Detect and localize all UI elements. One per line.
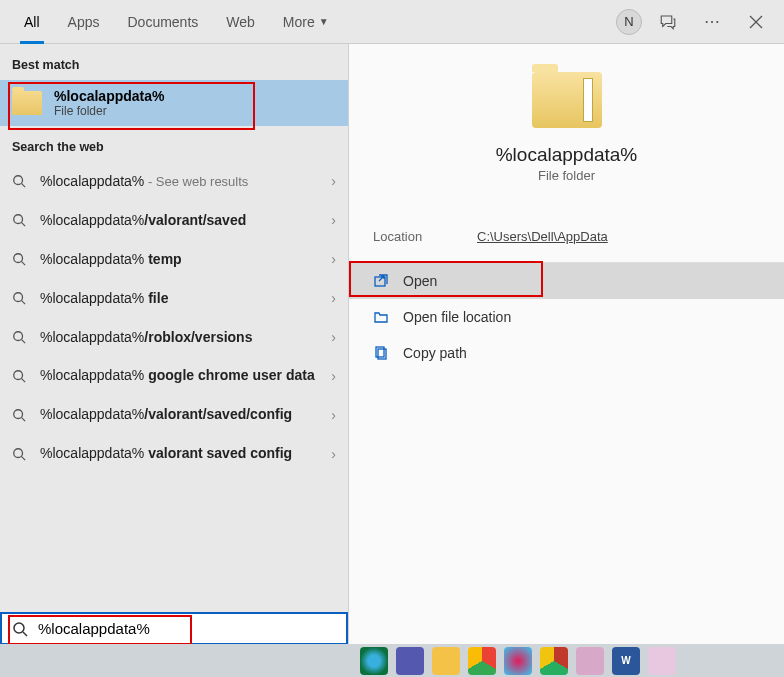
copy-icon: [373, 345, 389, 361]
web-result-item[interactable]: %localappdata% valorant saved config›: [0, 434, 348, 473]
web-result-text: %localappdata%/valorant/saved: [40, 211, 319, 230]
tab-all[interactable]: All: [10, 0, 54, 44]
taskbar-snip-icon[interactable]: [576, 647, 604, 675]
chevron-right-icon: ›: [331, 212, 336, 228]
svg-point-2: [14, 176, 23, 185]
svg-line-7: [22, 262, 26, 266]
taskbar-chrome-icon[interactable]: [468, 647, 496, 675]
svg-point-12: [14, 371, 23, 380]
best-match-title: %localappdata%: [54, 88, 164, 104]
taskbar-slack-icon[interactable]: [504, 647, 532, 675]
chevron-right-icon: ›: [331, 251, 336, 267]
section-best-match: Best match: [0, 44, 348, 80]
web-result-text: %localappdata% - See web results: [40, 172, 319, 191]
search-icon: [12, 621, 28, 637]
search-icon: [12, 330, 28, 344]
taskbar-explorer-icon[interactable]: [432, 647, 460, 675]
web-result-item[interactable]: %localappdata% temp›: [0, 240, 348, 279]
folder-open-icon: [373, 309, 389, 325]
tab-web[interactable]: Web: [212, 0, 269, 44]
chevron-right-icon: ›: [331, 173, 336, 189]
search-tabs: All Apps Documents Web More▼ N ⋯: [0, 0, 784, 44]
detail-subtitle: File folder: [538, 168, 595, 183]
action-copy-path-label: Copy path: [403, 345, 467, 361]
detail-title: %localappdata%: [496, 144, 638, 166]
user-avatar[interactable]: N: [616, 9, 642, 35]
action-open-location-label: Open file location: [403, 309, 511, 325]
chevron-right-icon: ›: [331, 407, 336, 423]
location-link[interactable]: C:\Users\Dell\AppData: [477, 229, 608, 244]
search-icon: [12, 291, 28, 305]
chevron-right-icon: ›: [331, 290, 336, 306]
section-search-web: Search the web: [0, 126, 348, 162]
results-panel: Best match %localappdata% File folder Se…: [0, 44, 348, 645]
search-icon: [12, 369, 28, 383]
svg-point-10: [14, 332, 23, 341]
web-result-item[interactable]: %localappdata%/valorant/saved›: [0, 201, 348, 240]
search-icon: [12, 213, 28, 227]
taskbar-chrome-canary-icon[interactable]: [540, 647, 568, 675]
search-icon: [12, 408, 28, 422]
tab-apps[interactable]: Apps: [54, 0, 114, 44]
search-bar[interactable]: [0, 612, 348, 645]
svg-line-3: [22, 184, 26, 188]
web-result-text: %localappdata% temp: [40, 250, 319, 269]
chevron-right-icon: ›: [331, 368, 336, 384]
close-icon[interactable]: [738, 4, 774, 40]
best-match-item[interactable]: %localappdata% File folder: [0, 80, 348, 126]
taskbar-paint-icon[interactable]: [648, 647, 676, 675]
web-result-item[interactable]: %localappdata%/valorant/saved/config›: [0, 395, 348, 434]
chevron-right-icon: ›: [331, 329, 336, 345]
svg-line-17: [22, 456, 26, 460]
taskbar: W: [0, 644, 784, 677]
folder-icon-large: [532, 72, 602, 128]
search-icon: [12, 174, 28, 188]
svg-point-6: [14, 254, 23, 263]
web-result-item[interactable]: %localappdata% google chrome user data›: [0, 356, 348, 395]
web-result-item[interactable]: %localappdata% file›: [0, 279, 348, 318]
chevron-right-icon: ›: [331, 446, 336, 462]
web-result-text: %localappdata% valorant saved config: [40, 444, 319, 463]
detail-panel: %localappdata% File folder Location C:\U…: [348, 44, 784, 645]
taskbar-teams-icon[interactable]: [396, 647, 424, 675]
best-match-subtitle: File folder: [54, 104, 164, 118]
folder-icon: [12, 91, 42, 115]
web-result-text: %localappdata%/valorant/saved/config: [40, 405, 319, 424]
tab-more[interactable]: More▼: [269, 0, 343, 44]
svg-line-11: [22, 340, 26, 344]
feedback-icon[interactable]: [650, 4, 686, 40]
web-result-item[interactable]: %localappdata%/roblox/versions›: [0, 318, 348, 357]
location-label: Location: [373, 229, 477, 244]
search-input[interactable]: [38, 620, 336, 637]
tab-documents[interactable]: Documents: [113, 0, 212, 44]
action-open[interactable]: Open: [349, 263, 784, 299]
svg-point-16: [14, 448, 23, 457]
open-icon: [373, 273, 389, 289]
action-open-label: Open: [403, 273, 437, 289]
web-result-text: %localappdata%/roblox/versions: [40, 328, 319, 347]
chevron-down-icon: ▼: [319, 16, 329, 27]
more-options-icon[interactable]: ⋯: [694, 4, 730, 40]
svg-line-5: [22, 223, 26, 227]
web-result-text: %localappdata% file: [40, 289, 319, 308]
taskbar-edge-icon[interactable]: [360, 647, 388, 675]
svg-line-9: [22, 301, 26, 305]
location-row: Location C:\Users\Dell\AppData: [349, 199, 784, 263]
svg-line-13: [22, 379, 26, 383]
search-icon: [12, 447, 28, 461]
svg-point-21: [14, 623, 24, 633]
web-result-text: %localappdata% google chrome user data: [40, 366, 319, 385]
svg-line-15: [22, 417, 26, 421]
svg-point-8: [14, 293, 23, 302]
svg-line-22: [23, 632, 27, 636]
search-icon: [12, 252, 28, 266]
action-copy-path[interactable]: Copy path: [349, 335, 784, 371]
svg-point-4: [14, 215, 23, 224]
action-open-location[interactable]: Open file location: [349, 299, 784, 335]
taskbar-word-icon[interactable]: W: [612, 647, 640, 675]
svg-point-14: [14, 410, 23, 419]
web-result-item[interactable]: %localappdata% - See web results›: [0, 162, 348, 201]
